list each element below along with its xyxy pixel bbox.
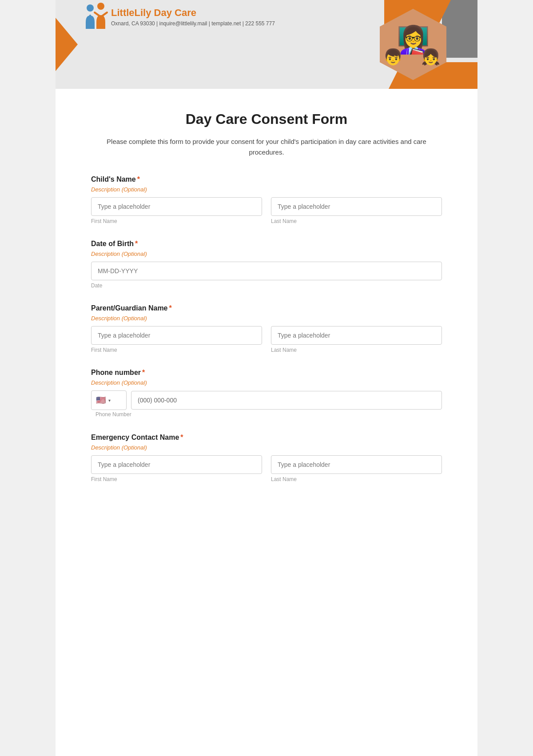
orange-arrow-left-decoration xyxy=(56,18,78,71)
childs-first-name-input[interactable] xyxy=(91,197,262,216)
page: LittleLily Day Care Oxnard, CA 93030 | i… xyxy=(56,0,477,756)
phone-number-label: Phone number* xyxy=(91,369,442,377)
daycare-photo: 👩‍🏫 👦 👧 xyxy=(380,9,446,80)
svg-point-1 xyxy=(97,3,104,10)
date-of-birth-description: Description (Optional) xyxy=(91,251,442,257)
required-indicator: * xyxy=(169,304,172,312)
parent-first-name-input[interactable] xyxy=(91,326,262,345)
parent-last-name-sublabel: Last Name xyxy=(271,347,442,353)
emergency-last-name-sublabel: Last Name xyxy=(271,476,442,482)
brand-name: LittleLily Day Care xyxy=(111,7,275,19)
parent-guardian-description: Description (Optional) xyxy=(91,315,442,322)
parent-last-name-col: Last Name xyxy=(271,326,442,353)
emergency-first-name-sublabel: First Name xyxy=(91,476,262,482)
emergency-last-name-input[interactable] xyxy=(271,455,442,474)
childs-name-input-row: First Name Last Name xyxy=(91,197,442,224)
childs-first-name-col: First Name xyxy=(91,197,262,224)
form-description: Please complete this form to provide you… xyxy=(91,136,442,158)
date-of-birth-field-group: Date of Birth* Description (Optional) Da… xyxy=(91,240,442,289)
emergency-first-name-col: First Name xyxy=(91,455,262,482)
parent-guardian-label: Parent/Guardian Name* xyxy=(91,304,442,312)
phone-number-input-row: 🇺🇸 ▾ xyxy=(91,390,442,410)
date-of-birth-label: Date of Birth* xyxy=(91,240,442,248)
svg-text:👧: 👧 xyxy=(421,48,441,66)
svg-point-0 xyxy=(87,4,94,12)
emergency-contact-label: Emergency Contact Name* xyxy=(91,434,442,442)
parent-guardian-field-group: Parent/Guardian Name* Description (Optio… xyxy=(91,304,442,353)
date-of-birth-input[interactable] xyxy=(91,262,442,280)
date-of-birth-col: Date xyxy=(91,262,442,289)
gray-block-decoration xyxy=(442,0,477,58)
required-indicator: * xyxy=(142,369,145,376)
phone-number-input[interactable] xyxy=(131,391,442,410)
header-right: 👩‍🏫 👦 👧 xyxy=(322,0,477,89)
form-content: Day Care Consent Form Please complete th… xyxy=(56,89,477,520)
childs-name-field-group: Child's Name* Description (Optional) Fir… xyxy=(91,175,442,224)
childs-first-name-sublabel: First Name xyxy=(91,218,262,224)
childs-name-label: Child's Name* xyxy=(91,175,442,183)
logo-icon xyxy=(82,0,111,33)
emergency-contact-field-group: Emergency Contact Name* Description (Opt… xyxy=(91,434,442,482)
brand-address: Oxnard, CA 93030 | inquire@littlelily.ma… xyxy=(111,20,275,27)
parent-first-name-col: First Name xyxy=(91,326,262,353)
parent-first-name-sublabel: First Name xyxy=(91,347,262,353)
childs-name-description: Description (Optional) xyxy=(91,186,442,193)
childs-last-name-col: Last Name xyxy=(271,197,442,224)
required-indicator: * xyxy=(137,175,140,183)
date-of-birth-input-row: Date xyxy=(91,262,442,289)
emergency-contact-input-row: First Name Last Name xyxy=(91,455,442,482)
svg-text:👦: 👦 xyxy=(383,48,403,66)
phone-number-description: Description (Optional) xyxy=(91,379,442,386)
chevron-down-icon: ▾ xyxy=(108,398,111,403)
header: LittleLily Day Care Oxnard, CA 93030 | i… xyxy=(56,0,477,89)
childs-last-name-input[interactable] xyxy=(271,197,442,216)
emergency-last-name-col: Last Name xyxy=(271,455,442,482)
phone-sublabel: Phone Number xyxy=(91,411,131,418)
hexagon-image-container: 👩‍🏫 👦 👧 xyxy=(380,9,446,80)
date-sublabel: Date xyxy=(91,283,442,289)
form-title: Day Care Consent Form xyxy=(91,111,442,127)
country-code-selector[interactable]: 🇺🇸 ▾ xyxy=(91,390,127,410)
required-indicator: * xyxy=(180,434,183,441)
logo-text: LittleLily Day Care Oxnard, CA 93030 | i… xyxy=(111,7,275,27)
phone-number-field-group: Phone number* Description (Optional) 🇺🇸 … xyxy=(91,369,442,418)
us-flag-icon: 🇺🇸 xyxy=(96,395,106,405)
emergency-contact-description: Description (Optional) xyxy=(91,444,442,451)
parent-last-name-input[interactable] xyxy=(271,326,442,345)
childs-last-name-sublabel: Last Name xyxy=(271,218,442,224)
parent-guardian-input-row: First Name Last Name xyxy=(91,326,442,353)
emergency-first-name-input[interactable] xyxy=(91,455,262,474)
required-indicator: * xyxy=(135,240,138,247)
